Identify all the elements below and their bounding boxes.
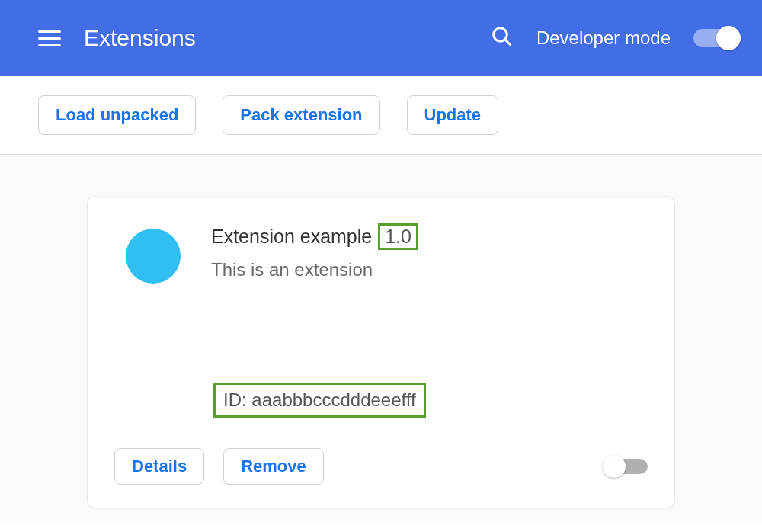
- extension-info: Extension example 1.0 This is an extensi…: [211, 223, 648, 280]
- extension-name: Extension example: [211, 226, 372, 248]
- content-area: Extension example 1.0 This is an extensi…: [0, 155, 762, 524]
- svg-line-1: [505, 40, 511, 46]
- card-actions: Details Remove: [114, 448, 648, 485]
- search-icon[interactable]: [491, 25, 514, 51]
- header: Extensions Developer mode: [0, 0, 762, 76]
- svg-point-0: [494, 28, 507, 42]
- extension-version: 1.0: [378, 223, 418, 250]
- page-title: Extensions: [84, 25, 491, 51]
- menu-icon[interactable]: [38, 27, 61, 50]
- developer-mode-toggle[interactable]: [693, 29, 739, 47]
- load-unpacked-button[interactable]: Load unpacked: [38, 95, 196, 135]
- extension-id-row: ID: aaabbbcccdddeeefff: [213, 383, 648, 418]
- details-button[interactable]: Details: [114, 448, 204, 485]
- extension-icon: [126, 229, 181, 284]
- developer-mode-label: Developer mode: [536, 27, 671, 49]
- pack-extension-button[interactable]: Pack extension: [223, 95, 379, 135]
- toolbar: Load unpacked Pack extension Update: [0, 76, 762, 155]
- extension-title-row: Extension example 1.0: [211, 223, 648, 250]
- extension-description: This is an extension: [211, 259, 648, 280]
- remove-button[interactable]: Remove: [223, 448, 324, 485]
- extension-enable-toggle[interactable]: [605, 459, 648, 474]
- extension-card: Extension example 1.0 This is an extensi…: [88, 197, 674, 508]
- update-button[interactable]: Update: [407, 95, 499, 135]
- card-top: Extension example 1.0 This is an extensi…: [114, 223, 648, 284]
- extension-id: ID: aaabbbcccdddeeefff: [213, 383, 426, 418]
